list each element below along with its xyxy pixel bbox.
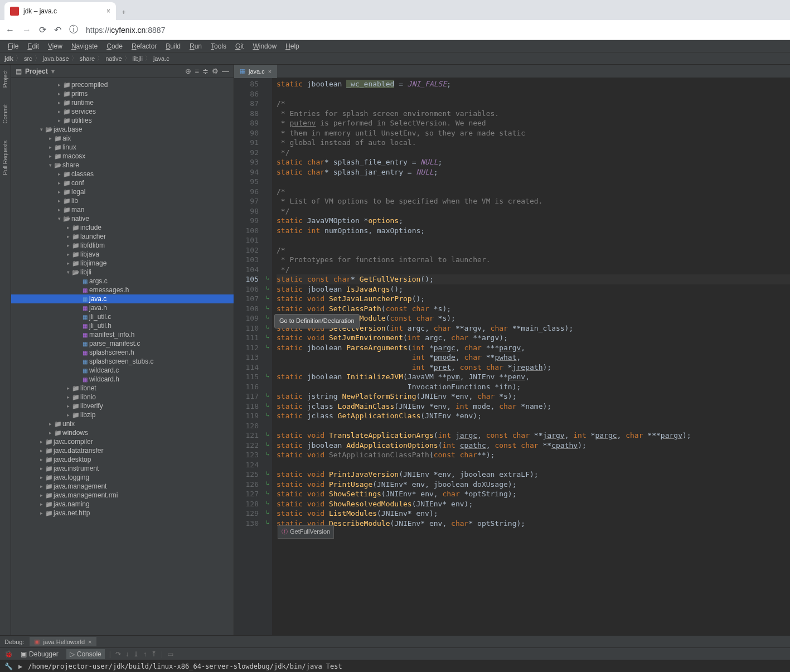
tree-item[interactable]: ▾java.base [11, 125, 234, 134]
tree-item[interactable]: ▸java.net.http [11, 509, 234, 518]
code-line[interactable]: static jstring NewPlatformString(JNIEnv … [277, 391, 790, 402]
line-number[interactable]: 95 [234, 177, 259, 187]
code-line[interactable]: /* [277, 245, 790, 255]
menu-refactor[interactable]: Refactor [128, 41, 160, 51]
code-line[interactable]: /* [277, 99, 790, 109]
code-line[interactable]: static void SetClassPath(const char *s); [277, 304, 790, 314]
chevron-right-icon[interactable]: ▸ [47, 136, 54, 141]
debugger-tab[interactable]: ▣Debugger [17, 649, 62, 659]
crumb-seg[interactable]: native [105, 55, 122, 62]
chevron-right-icon[interactable]: ▸ [38, 466, 45, 471]
code-line[interactable]: static void SetApplicationClassPath(cons… [277, 450, 790, 460]
line-number[interactable]: 116 [234, 382, 259, 392]
chevron-right-icon[interactable]: ▸ [65, 403, 71, 409]
line-number[interactable]: 117 [234, 391, 259, 402]
chevron-down-icon[interactable]: ▾ [47, 162, 54, 168]
line-number[interactable]: 107 [234, 294, 259, 304]
code-line[interactable]: InvocationFunctions *ifn); [277, 382, 790, 392]
menu-file[interactable]: File [4, 41, 22, 51]
chevron-right-icon[interactable]: ▸ [38, 492, 45, 498]
tree-item[interactable]: parse_manifest.c [11, 339, 234, 348]
line-number[interactable]: 88 [234, 109, 259, 119]
code-line[interactable]: static jboolean InitializeJVM(JavaVM **p… [277, 372, 790, 382]
menu-view[interactable]: View [45, 41, 66, 51]
chevron-down-icon[interactable]: ▾ [65, 269, 71, 275]
browser-tab[interactable]: jdk – java.c × [4, 2, 116, 20]
line-number[interactable]: 128 [234, 499, 259, 509]
line-number[interactable]: 121 [234, 431, 259, 441]
menu-code[interactable]: Code [103, 41, 126, 51]
crumb-seg[interactable]: libjli [133, 55, 143, 62]
back-icon[interactable]: ← [6, 25, 14, 35]
line-number[interactable]: 89 [234, 118, 259, 128]
tree-item[interactable]: ▸lib [11, 196, 234, 205]
code-editor[interactable]: 8586878889909192939495969798991001011021… [234, 78, 790, 635]
line-number[interactable]: 106 [234, 284, 259, 294]
chevron-right-icon[interactable]: ▸ [56, 171, 62, 177]
line-number[interactable]: 99 [234, 216, 259, 226]
code-line[interactable]: static void TranslateApplicationArgs(int… [277, 431, 790, 441]
tree-item[interactable]: emessages.h [11, 286, 234, 294]
code-line[interactable] [277, 460, 790, 470]
tree-item[interactable]: ▸libnio [11, 393, 234, 402]
menu-build[interactable]: Build [162, 41, 184, 51]
chevron-right-icon[interactable]: ▸ [38, 475, 45, 480]
menu-window[interactable]: Window [249, 41, 280, 51]
code-line[interactable]: static jboolean AddApplicationOptions(in… [277, 441, 790, 451]
line-number[interactable]: 124 [234, 460, 259, 470]
tree-item[interactable]: ▸macosx [11, 152, 234, 161]
line-number[interactable]: 122 [234, 441, 259, 451]
line-number[interactable]: 119 [234, 411, 259, 421]
line-number[interactable]: 109 [234, 313, 259, 323]
chevron-right-icon[interactable]: ▸ [38, 448, 45, 453]
tree-item[interactable]: ▸libverify [11, 402, 234, 410]
tree-item[interactable]: ▸linux [11, 143, 234, 152]
line-number[interactable]: 101 [234, 235, 259, 245]
code-line[interactable]: * putenv is performed in SelectVersion. … [277, 118, 790, 128]
menu-git[interactable]: Git [232, 41, 247, 51]
line-number[interactable]: 94 [234, 167, 259, 177]
menu-run[interactable]: Run [186, 41, 205, 51]
code-line[interactable]: static const char* GetFullVersion(); [277, 274, 790, 284]
code-line[interactable]: */ [277, 148, 790, 158]
chevron-right-icon[interactable]: ▸ [65, 412, 71, 418]
line-number[interactable]: 110 [234, 323, 259, 333]
code-line[interactable]: static jboolean _wc_enabled = JNI_FALSE; [277, 79, 790, 89]
line-number[interactable]: 103 [234, 255, 259, 265]
tree-item[interactable]: ▸libjimage [11, 259, 234, 268]
forward-icon[interactable]: → [22, 25, 31, 35]
chevron-right-icon[interactable]: ▸ [38, 484, 45, 489]
line-number[interactable]: 85 [234, 79, 259, 89]
tree-item[interactable]: ▸libzip [11, 410, 234, 419]
tree-item[interactable]: jli_util.h [11, 321, 234, 330]
line-number[interactable]: 114 [234, 362, 259, 373]
tree-item[interactable]: wildcard.h [11, 375, 234, 384]
code-line[interactable]: static void SetJvmEnvironment(int argc, … [277, 333, 790, 343]
menu-navigate[interactable]: Navigate [68, 41, 101, 51]
run-to-cursor-icon[interactable]: ⤒ [151, 650, 157, 658]
line-number[interactable]: 104 [234, 265, 259, 275]
chevron-down-icon[interactable]: ▾ [56, 216, 62, 221]
evaluate-icon[interactable]: ▭ [167, 650, 173, 658]
reload-icon[interactable]: ⟳ [39, 25, 46, 35]
rail-project[interactable]: Project [2, 70, 8, 88]
chevron-right-icon[interactable]: ▸ [56, 82, 62, 88]
rerun-icon[interactable]: ▶ [18, 663, 22, 670]
menu-help[interactable]: Help [282, 41, 303, 51]
menu-edit[interactable]: Edit [24, 41, 42, 51]
tree-item[interactable]: ▸include [11, 223, 234, 232]
code-line[interactable]: * Entries for splash screen environment … [277, 109, 790, 119]
rail-commit[interactable]: Commit [2, 104, 8, 123]
line-number[interactable]: 115 [234, 372, 259, 382]
chevron-right-icon[interactable]: ▸ [47, 144, 54, 150]
hide-icon[interactable]: — [222, 67, 229, 75]
tree-item[interactable]: splashscreen.h [11, 348, 234, 357]
code-line[interactable]: * Prototypes for functions internal to l… [277, 255, 790, 265]
code-line[interactable]: static JavaVMOption *options; [277, 216, 790, 226]
tree-item[interactable]: ▸libnet [11, 384, 234, 393]
tree-item[interactable]: ▾native [11, 214, 234, 223]
line-number[interactable]: 120 [234, 421, 259, 431]
tree-item[interactable]: ▸windows [11, 428, 234, 437]
code-line[interactable]: static char* splash_file_entry = NULL; [277, 157, 790, 167]
line-number[interactable]: 130 [234, 519, 259, 529]
